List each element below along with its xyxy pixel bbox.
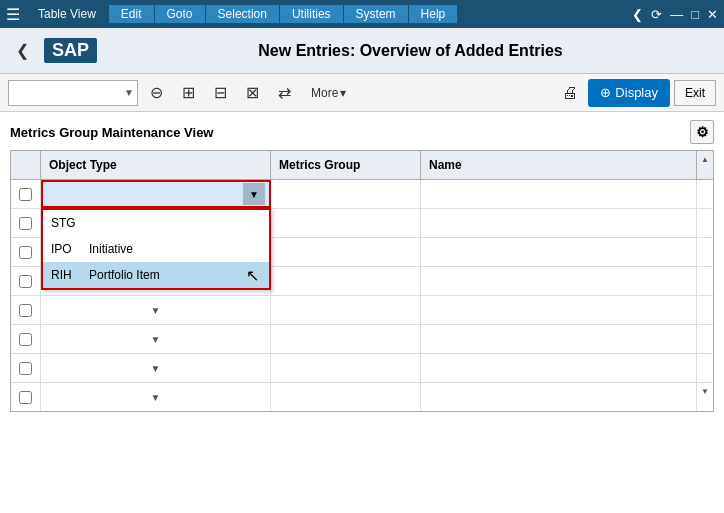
row7-checkbox[interactable] <box>11 354 41 382</box>
row1-check-input[interactable] <box>19 188 32 201</box>
dropdown-option-ipo[interactable]: IPO Initiative <box>43 236 269 262</box>
row5-object-type: ▼ <box>41 296 271 324</box>
back-button[interactable]: ❮ <box>10 39 34 63</box>
row8-checkbox[interactable] <box>11 383 41 411</box>
row6-object-type: ▼ <box>41 325 271 353</box>
toolbar-grid3-button[interactable]: ⊠ <box>238 79 266 107</box>
row8-name[interactable] <box>421 383 697 411</box>
table-row: ▼ ▼ <box>11 383 713 411</box>
more-label: More <box>311 86 338 100</box>
toolbar-exchange-button[interactable]: ⇄ <box>270 79 298 107</box>
option-code-rih: RIH <box>51 268 81 282</box>
toolbar-select[interactable] <box>8 80 138 106</box>
menu-help[interactable]: Help <box>409 5 459 23</box>
cursor-indicator: ↖ <box>246 266 259 285</box>
row3-checkbox[interactable] <box>11 238 41 266</box>
row2-checkbox[interactable] <box>11 209 41 237</box>
row7-object-type: ▼ <box>41 354 271 382</box>
row5-checkbox[interactable] <box>11 296 41 324</box>
dropdown-arrow-button[interactable]: ▼ <box>243 183 265 205</box>
row3-scroll <box>697 238 713 266</box>
row5-scroll <box>697 296 713 324</box>
header-name: Name <box>421 151 697 179</box>
row3-metrics[interactable] <box>271 238 421 266</box>
more-button[interactable]: More ▾ <box>302 83 355 103</box>
row4-metrics[interactable] <box>271 267 421 295</box>
row3-check-input[interactable] <box>19 246 32 259</box>
more-chevron-icon: ▾ <box>340 86 346 100</box>
menu-bar: Table View Edit Goto Selection Utilities… <box>26 5 458 23</box>
content-area: Metrics Group Maintenance View ⚙ Object … <box>0 112 724 420</box>
row7-metrics[interactable] <box>271 354 421 382</box>
menu-edit[interactable]: Edit <box>109 5 155 23</box>
row4-check-input[interactable] <box>19 275 32 288</box>
row8-metrics[interactable] <box>271 383 421 411</box>
window-controls: ❮ ⟳ — □ ✕ <box>632 7 718 22</box>
row7-check-input[interactable] <box>19 362 32 375</box>
row5-name[interactable] <box>421 296 697 324</box>
display-label: Display <box>615 85 658 100</box>
row7-name[interactable] <box>421 354 697 382</box>
data-table: Object Type Metrics Group Name ▲ ▼ STG <box>10 150 714 412</box>
toolbar-select-wrap: ▼ <box>8 80 138 106</box>
scroll-down-button[interactable]: ▼ <box>697 383 713 399</box>
settings-icon[interactable]: ⚙ <box>690 120 714 144</box>
menu-utilities[interactable]: Utilities <box>280 5 344 23</box>
row8-object-type: ▼ <box>41 383 271 411</box>
window-title: New Entries: Overview of Added Entries <box>107 42 714 60</box>
row3-name[interactable] <box>421 238 697 266</box>
close-icon[interactable]: ✕ <box>707 7 718 22</box>
row4-scroll <box>697 267 713 295</box>
row7-chevron[interactable]: ▼ <box>49 363 262 374</box>
display-button[interactable]: ⊕ Display <box>588 79 670 107</box>
display-icon: ⊕ <box>600 85 611 100</box>
toolbar-grid2-button[interactable]: ⊟ <box>206 79 234 107</box>
option-code-ipo: IPO <box>51 242 81 256</box>
row2-metrics[interactable] <box>271 209 421 237</box>
row6-metrics[interactable] <box>271 325 421 353</box>
dropdown-option-rih[interactable]: RIH Portfolio Item ↖ <box>43 262 269 288</box>
row6-chevron[interactable]: ▼ <box>49 334 262 345</box>
row6-name[interactable] <box>421 325 697 353</box>
row8-check-input[interactable] <box>19 391 32 404</box>
dropdown-option-stg[interactable]: STG <box>43 210 269 236</box>
row6-checkbox[interactable] <box>11 325 41 353</box>
toolbar-minus-button[interactable]: ⊖ <box>142 79 170 107</box>
minimize-icon[interactable]: — <box>670 7 683 22</box>
dropdown-input[interactable]: ▼ <box>41 180 271 208</box>
toolbar-grid-button[interactable]: ⊞ <box>174 79 202 107</box>
row4-checkbox[interactable] <box>11 267 41 295</box>
row2-name[interactable] <box>421 209 697 237</box>
row6-scroll <box>697 325 713 353</box>
row5-chevron[interactable]: ▼ <box>49 305 262 316</box>
option-code-stg: STG <box>51 216 81 230</box>
row8-chevron[interactable]: ▼ <box>49 392 262 403</box>
row1-checkbox[interactable] <box>11 180 41 208</box>
nav-back-icon[interactable]: ❮ <box>632 7 643 22</box>
menu-selection[interactable]: Selection <box>206 5 280 23</box>
scroll-up-button[interactable]: ▲ <box>697 151 713 167</box>
row6-check-input[interactable] <box>19 333 32 346</box>
row1-name[interactable] <box>421 180 697 208</box>
nav-forward-icon[interactable]: ⟳ <box>651 7 662 22</box>
table-row: ▼ <box>11 296 713 325</box>
table-row: ▼ STG IPO Initiative RIH Portfolio Item … <box>11 180 713 209</box>
exit-button[interactable]: Exit <box>674 80 716 106</box>
print-button[interactable]: 🖨 <box>556 79 584 107</box>
title-bar: ☰ Table View Edit Goto Selection Utiliti… <box>0 0 724 28</box>
row1-metrics-group[interactable] <box>271 180 421 208</box>
menu-table-view[interactable]: Table View <box>26 5 109 23</box>
table-row: ▼ <box>11 354 713 383</box>
row4-name[interactable] <box>421 267 697 295</box>
dropdown-menu: STG IPO Initiative RIH Portfolio Item ↖ <box>41 208 271 290</box>
header-metrics-group: Metrics Group <box>271 151 421 179</box>
menu-goto[interactable]: Goto <box>155 5 206 23</box>
menu-system[interactable]: System <box>344 5 409 23</box>
hamburger-icon[interactable]: ☰ <box>6 5 20 24</box>
sap-logo: SAP <box>44 38 97 63</box>
row5-metrics[interactable] <box>271 296 421 324</box>
row2-check-input[interactable] <box>19 217 32 230</box>
maximize-icon[interactable]: □ <box>691 7 699 22</box>
row1-scroll-col <box>697 180 713 208</box>
row5-check-input[interactable] <box>19 304 32 317</box>
